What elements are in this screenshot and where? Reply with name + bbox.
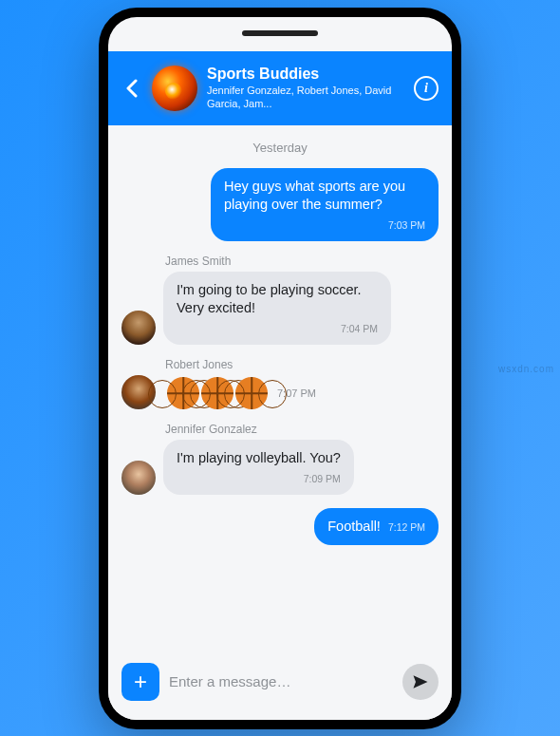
sender-name: Jennifer Gonzalez	[165, 423, 439, 436]
message-row: I'm playing volleyball. You? 7:09 PM	[121, 440, 439, 495]
message-row: I'm going to be playing soccer. Very exc…	[121, 272, 439, 345]
info-icon: i	[424, 81, 428, 96]
message-bubble[interactable]: Football! 7:12 PM	[314, 508, 439, 546]
message-text: Football!	[327, 518, 381, 537]
basketball-icon	[235, 377, 268, 409]
message-in: James Smith I'm going to be playing socc…	[121, 255, 439, 345]
watermark: wsxdn.com	[498, 363, 554, 373]
date-separator: Yesterday	[121, 141, 439, 155]
message-row: 7:07 PM	[121, 375, 439, 409]
send-button[interactable]	[402, 664, 439, 700]
message-time: 7:09 PM	[177, 472, 341, 485]
message-input[interactable]	[169, 673, 393, 689]
chevron-left-icon	[125, 79, 139, 98]
message-time: 7:03 PM	[224, 218, 425, 232]
header-text: Sports Buddies Jennifer Gonzalez, Robert…	[207, 66, 404, 109]
message-bubble[interactable]: I'm playing volleyball. You? 7:09 PM	[163, 440, 354, 495]
message-bubble[interactable]: I'm going to be playing soccer. Very exc…	[163, 272, 391, 345]
message-out: Hey guys what sports are you playing ove…	[121, 168, 439, 241]
message-time: 7:04 PM	[177, 322, 378, 335]
message-in: Robert Jones 7:07 PM	[121, 358, 439, 409]
group-title: Sports Buddies	[207, 66, 404, 83]
message-bubble[interactable]: Hey guys what sports are you playing ove…	[211, 168, 439, 241]
sender-name: James Smith	[165, 255, 439, 268]
plus-icon: +	[134, 669, 147, 695]
sender-avatar[interactable]	[121, 461, 156, 495]
group-avatar[interactable]	[152, 66, 197, 111]
sender-name: Robert Jones	[165, 358, 439, 371]
message-time: 7:12 PM	[388, 520, 425, 534]
message-out: Football! 7:12 PM	[121, 508, 439, 546]
composer: +	[108, 651, 452, 720]
phone-frame: Sports Buddies Jennifer Gonzalez, Robert…	[99, 8, 461, 729]
message-text: I'm playing volleyball. You?	[177, 449, 341, 468]
chat-header: Sports Buddies Jennifer Gonzalez, Robert…	[108, 51, 452, 125]
message-text: I'm going to be playing soccer. Very exc…	[177, 281, 378, 318]
sender-avatar[interactable]	[121, 311, 156, 345]
screen: Sports Buddies Jennifer Gonzalez, Robert…	[108, 17, 452, 720]
messages-scroll[interactable]: Yesterday Hey guys what sports are you p…	[108, 125, 452, 651]
add-attachment-button[interactable]: +	[121, 663, 159, 701]
message-in: Jennifer Gonzalez I'm playing volleyball…	[121, 423, 439, 495]
send-icon	[411, 672, 430, 691]
message-bubble[interactable]: 7:07 PM	[163, 377, 320, 409]
group-members: Jennifer Gonzalez, Robert Jones, David G…	[207, 85, 404, 109]
message-text: Hey guys what sports are you playing ove…	[224, 178, 425, 215]
info-button[interactable]: i	[414, 76, 439, 101]
back-button[interactable]	[121, 78, 142, 99]
status-bar	[108, 17, 452, 51]
